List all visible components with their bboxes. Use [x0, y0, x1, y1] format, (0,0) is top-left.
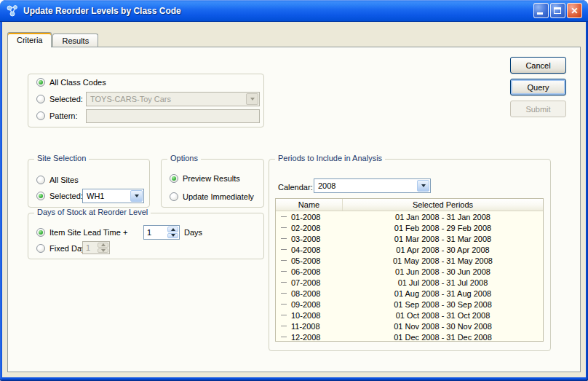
table-row[interactable]: 03-2008 01 Mar 2008 - 31 Mar 2008 [276, 233, 543, 244]
table-row[interactable]: 04-2008 01 Apr 2008 - 30 Apr 2008 [276, 244, 543, 255]
tab-criteria[interactable]: Criteria [7, 32, 52, 47]
period-range: 01 May 2008 - 31 May 2008 [343, 256, 543, 265]
lead-time-spinner[interactable]: 1 [143, 225, 180, 240]
period-name: 04-2008 [291, 246, 320, 254]
all-class-codes-radio[interactable] [36, 78, 45, 87]
minimize-button[interactable] [533, 3, 549, 18]
periods-title: Periods to Include in Analysis [275, 154, 385, 162]
period-range: 01 Apr 2008 - 30 Apr 2008 [343, 246, 543, 254]
tree-node-icon [281, 301, 287, 307]
days-of-stock-title: Days of Stock at Reorder Level [34, 208, 151, 216]
all-sites-row: All Sites [36, 175, 79, 185]
tree-node-icon [281, 312, 287, 318]
period-range: 01 Feb 2008 - 29 Feb 2008 [343, 224, 543, 232]
spinner-up-icon[interactable] [167, 227, 178, 232]
lead-time-row: Item Site Lead Time + [36, 227, 127, 237]
minimize-icon [537, 12, 543, 15]
period-name: 01-2008 [291, 213, 320, 221]
table-row[interactable]: 05-2008 01 May 2008 - 31 May 2008 [276, 255, 543, 266]
tree-node-icon [281, 235, 287, 242]
period-range: 01 Dec 2008 - 31 Dec 2008 [343, 333, 543, 342]
period-range: 01 Jul 2008 - 31 Jul 2008 [343, 278, 543, 287]
period-name: 12-2008 [291, 333, 320, 342]
period-name: 06-2008 [291, 267, 320, 276]
table-row[interactable]: 09-2008 01 Sep 2008 - 30 Sep 2008 [276, 299, 543, 310]
table-row[interactable]: 11-2008 01 Nov 2008 - 30 Nov 2008 [276, 321, 543, 331]
period-name: 08-2008 [291, 289, 320, 298]
spinner-down-icon[interactable] [167, 233, 178, 239]
class-code-select: TOYS-CARS-Toy Cars [86, 92, 260, 106]
query-button[interactable]: Query [510, 79, 566, 95]
cancel-button[interactable]: Cancel [510, 57, 566, 74]
window-controls: ✕ [533, 3, 582, 18]
tree-node-icon [281, 224, 287, 231]
lead-time-spinner-value[interactable]: 1 [144, 226, 167, 239]
all-sites-label: All Sites [49, 176, 79, 184]
title-bar[interactable]: Update Reorder Levels by Class Code ✕ [0, 0, 588, 22]
period-range: 01 Aug 2008 - 31 Aug 2008 [343, 289, 543, 298]
table-row[interactable]: 01-2008 01 Jan 2008 - 31 Jan 2008 [276, 211, 543, 222]
update-immediately-row: Update Immediately [170, 192, 254, 202]
selected-class-code-radio[interactable] [36, 95, 45, 103]
pattern-input [86, 109, 260, 123]
preview-results-radio[interactable] [170, 174, 178, 183]
all-sites-radio[interactable] [36, 176, 45, 184]
update-immediately-label: Update Immediately [183, 192, 254, 201]
window-title: Update Reorder Levels by Class Code [23, 6, 181, 16]
period-name: 03-2008 [291, 235, 320, 243]
fixed-days-radio[interactable] [36, 244, 45, 253]
tree-node-icon [281, 279, 287, 286]
close-icon: ✕ [568, 5, 581, 17]
chevron-down-icon [246, 93, 258, 105]
spinner-down-icon [98, 248, 108, 254]
pattern-row: Pattern: [36, 111, 78, 121]
calendar-select[interactable]: 2008 [314, 178, 431, 193]
maximize-button[interactable] [550, 3, 565, 18]
period-name: 02-2008 [291, 224, 320, 232]
tree-node-icon [281, 290, 287, 296]
table-row[interactable]: 10-2008 01 Oct 2008 - 31 Oct 2008 [276, 310, 543, 321]
dialog-window: Update Reorder Levels by Class Code ✕ Cr… [0, 0, 588, 381]
column-header-selected-periods[interactable]: Selected Periods [343, 199, 543, 211]
selected-site-label: Selected: [49, 192, 83, 200]
calendar-label: Calendar: [278, 183, 313, 192]
preview-results-row: Preview Results [170, 173, 240, 184]
criteria-tab-page: Cancel Query Submit All Class Codes Sele… [7, 47, 581, 372]
period-range: 01 Jun 2008 - 30 Jun 2008 [343, 267, 543, 276]
period-range: 01 Sep 2008 - 30 Sep 2008 [343, 300, 543, 309]
tree-node-icon [281, 257, 287, 264]
tab-bar: Criteria Results [7, 31, 99, 47]
tree-node-icon [281, 323, 287, 329]
selected-site-row: Selected: [36, 191, 83, 201]
selected-site-radio[interactable] [36, 192, 45, 200]
close-button[interactable]: ✕ [567, 3, 582, 18]
period-name: 11-2008 [291, 322, 320, 331]
update-immediately-radio[interactable] [170, 192, 178, 201]
table-row[interactable]: 06-2008 01 Jun 2008 - 30 Jun 2008 [276, 266, 543, 277]
table-row[interactable]: 02-2008 01 Feb 2008 - 29 Feb 2008 [276, 222, 543, 233]
tab-results[interactable]: Results [52, 34, 98, 47]
period-range: 01 Nov 2008 - 30 Nov 2008 [343, 322, 543, 331]
chevron-down-icon[interactable] [417, 180, 429, 192]
dialog-body: Criteria Results Cancel Query Submit All… [2, 22, 586, 377]
column-header-name[interactable]: Name [276, 199, 343, 211]
lead-time-radio[interactable] [36, 228, 45, 237]
pattern-label: Pattern: [49, 111, 78, 120]
periods-table-header: Name Selected Periods [276, 199, 543, 211]
options-title: Options [167, 154, 201, 162]
pattern-radio[interactable] [36, 111, 45, 120]
calendar-select-value: 2008 [318, 181, 417, 190]
table-row[interactable]: 08-2008 01 Aug 2008 - 31 Aug 2008 [276, 288, 543, 299]
selected-class-code-row: Selected: [36, 94, 83, 104]
fixed-days-spinner: 1 [82, 241, 110, 254]
period-name: 10-2008 [291, 311, 320, 320]
chevron-down-icon[interactable] [130, 190, 143, 202]
site-selection-title: Site Selection [34, 154, 89, 162]
selected-class-code-label: Selected: [49, 95, 83, 103]
table-row[interactable]: 07-2008 01 Jul 2008 - 31 Jul 2008 [276, 277, 543, 288]
tree-node-icon [281, 268, 287, 275]
table-row[interactable]: 12-2008 01 Dec 2008 - 31 Dec 2008 [276, 331, 543, 342]
periods-table: Name Selected Periods 01-2008 01 Jan 200… [275, 198, 544, 342]
site-select[interactable]: WH1 [82, 189, 144, 203]
periods-table-body: 01-2008 01 Jan 2008 - 31 Jan 2008 02-200… [276, 211, 543, 342]
